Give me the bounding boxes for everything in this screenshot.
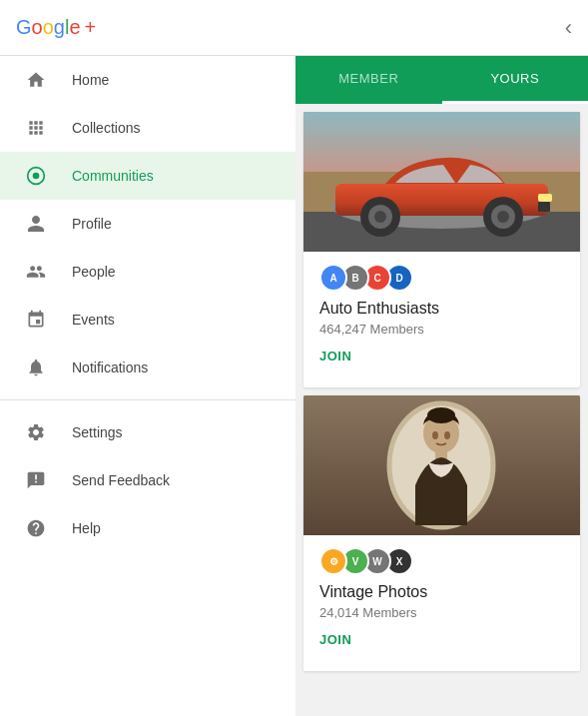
feedback-icon bbox=[24, 468, 48, 492]
sidebar-item-label: Settings bbox=[72, 424, 123, 440]
app-logo: Google + bbox=[16, 16, 565, 39]
header: Google + ‹ bbox=[0, 0, 588, 56]
community-members: 464,247 Members bbox=[319, 322, 564, 337]
member-avatar: ⚙ bbox=[319, 547, 347, 575]
sidebar-item-label: Help bbox=[72, 520, 101, 536]
card-body-vintage: ⚙ V W X Vintage Photos 24,014 Members JO… bbox=[303, 535, 580, 671]
community-members: 24,014 Members bbox=[319, 605, 564, 620]
card-image-auto bbox=[303, 112, 580, 252]
tabs-bar: MEMBER YOURS bbox=[295, 56, 588, 104]
events-icon bbox=[24, 308, 48, 332]
community-title: Vintage Photos bbox=[319, 583, 564, 601]
svg-point-1 bbox=[33, 173, 40, 180]
svg-rect-14 bbox=[538, 202, 550, 212]
collections-icon bbox=[24, 116, 48, 140]
svg-point-9 bbox=[374, 211, 386, 223]
settings-icon bbox=[24, 420, 48, 444]
community-card-vintage: ⚙ V W X Vintage Photos 24,014 Members JO… bbox=[303, 395, 580, 671]
communities-list: A B C D Auto Enthusiasts 464,247 Members… bbox=[295, 104, 588, 716]
sidebar-item-settings[interactable]: Settings bbox=[0, 408, 295, 456]
svg-point-12 bbox=[497, 211, 509, 223]
sidebar-item-label: Home bbox=[72, 72, 109, 88]
home-icon bbox=[24, 68, 48, 92]
community-title: Auto Enthusiasts bbox=[319, 300, 564, 318]
sidebar-item-notifications[interactable]: Notifications bbox=[0, 344, 295, 391]
nav-menu: Home Collections Communities Profile Peo… bbox=[0, 56, 295, 552]
sidebar-item-events[interactable]: Events bbox=[0, 296, 295, 344]
sidebar-item-label: Collections bbox=[72, 120, 140, 136]
sidebar-item-people[interactable]: People bbox=[0, 248, 295, 296]
community-card-auto: A B C D Auto Enthusiasts 464,247 Members… bbox=[303, 112, 580, 387]
google-wordmark: Google bbox=[16, 16, 81, 39]
join-button-auto[interactable]: JOIN bbox=[319, 349, 564, 375]
sidebar-item-home[interactable]: Home bbox=[0, 56, 295, 104]
help-icon bbox=[24, 516, 48, 540]
card-avatars-auto: A B C D bbox=[319, 264, 564, 292]
member-avatar: A bbox=[319, 264, 347, 292]
tab-yours[interactable]: YOURS bbox=[442, 56, 589, 104]
sidebar-item-label: Communities bbox=[72, 168, 154, 184]
communities-icon bbox=[24, 164, 48, 188]
svg-point-20 bbox=[432, 431, 438, 439]
sidebar-item-help[interactable]: Help bbox=[0, 504, 295, 552]
notifications-icon bbox=[24, 356, 48, 379]
svg-point-21 bbox=[444, 431, 450, 439]
sidebar-item-profile[interactable]: Profile bbox=[0, 200, 295, 248]
sidebar-item-communities[interactable]: Communities bbox=[0, 152, 295, 200]
svg-rect-13 bbox=[538, 194, 552, 202]
profile-icon bbox=[24, 212, 48, 236]
sidebar-item-collections[interactable]: Collections bbox=[0, 104, 295, 152]
sidebar-item-label: Notifications bbox=[72, 359, 148, 375]
card-avatars-vintage: ⚙ V W X bbox=[319, 547, 564, 575]
sidebar: Home Collections Communities Profile Peo… bbox=[0, 0, 295, 716]
sidebar-item-label: Profile bbox=[72, 216, 112, 232]
main-content: 1 SOCI MEMBER YOURS bbox=[295, 0, 588, 716]
svg-point-18 bbox=[427, 407, 455, 423]
sidebar-item-label: People bbox=[72, 264, 116, 280]
sidebar-item-label: Send Feedback bbox=[72, 472, 170, 488]
back-icon[interactable]: ‹ bbox=[565, 15, 572, 41]
nav-divider bbox=[0, 399, 295, 400]
tab-member[interactable]: MEMBER bbox=[295, 56, 442, 104]
card-body-auto: A B C D Auto Enthusiasts 464,247 Members… bbox=[303, 252, 580, 387]
card-image-vintage bbox=[303, 395, 580, 535]
plus-sign: + bbox=[85, 16, 97, 39]
sidebar-item-feedback[interactable]: Send Feedback bbox=[0, 456, 295, 504]
people-icon bbox=[24, 260, 48, 284]
join-button-vintage[interactable]: JOIN bbox=[319, 632, 564, 659]
sidebar-item-label: Events bbox=[72, 312, 115, 328]
